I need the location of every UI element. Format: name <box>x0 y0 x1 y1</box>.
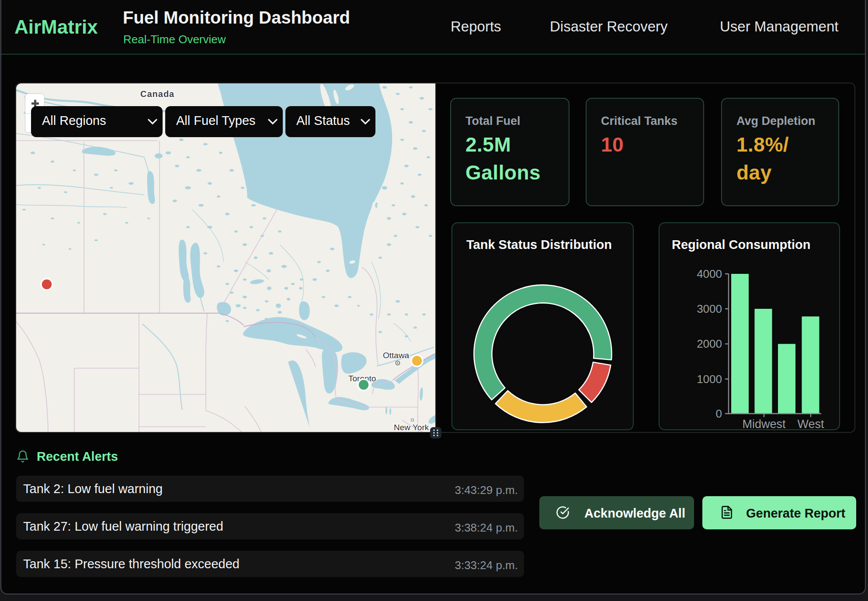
svg-text:1000: 1000 <box>697 373 722 386</box>
svg-text:0: 0 <box>716 407 722 420</box>
svg-text:Midwest: Midwest <box>742 418 786 431</box>
svg-text:West: West <box>797 418 824 431</box>
svg-text:2000: 2000 <box>697 337 722 350</box>
svg-text:4000: 4000 <box>697 267 722 280</box>
svg-text:3000: 3000 <box>697 302 722 315</box>
